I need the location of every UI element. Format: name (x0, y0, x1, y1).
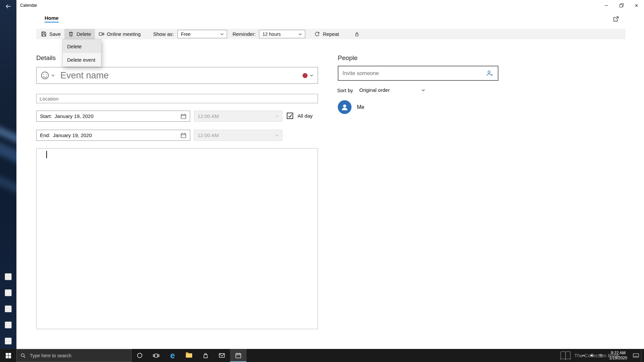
people-heading: People (338, 54, 358, 62)
minimize-icon (605, 5, 608, 6)
attendee-me-row[interactable]: Me (338, 100, 364, 114)
reminder-select[interactable]: 12 hours (259, 30, 305, 38)
chevron-down-icon (299, 33, 302, 35)
open-in-new-window-icon[interactable] (612, 15, 620, 23)
calendar-icon[interactable] (5, 289, 12, 296)
taskbar-search-input[interactable] (29, 353, 127, 359)
start-button[interactable] (0, 349, 16, 362)
window-controls: × (599, 0, 644, 11)
date-picker-icon[interactable] (180, 132, 186, 138)
delete-button[interactable]: Delete (64, 29, 95, 39)
cortana-icon[interactable] (131, 349, 148, 362)
start-time-select: 12:00 AM (194, 111, 282, 122)
end-time-select: 12:00 AM (194, 130, 282, 141)
speaker-icon[interactable] (588, 349, 597, 362)
avatar (338, 100, 352, 114)
emoji-picker-button[interactable] (41, 71, 55, 80)
invite-input[interactable] (338, 70, 486, 76)
task-view-icon[interactable] (148, 349, 164, 362)
show-as-value: Free (181, 32, 191, 37)
todo-check-icon[interactable] (5, 321, 12, 328)
event-color-picker[interactable] (303, 73, 313, 78)
end-date-field[interactable]: End: January 19, 2020 (36, 130, 190, 141)
delete-label: Delete (76, 31, 91, 37)
titlebar: Calendar × (16, 0, 644, 11)
start-time-value: 12:00 AM (198, 113, 219, 119)
details-heading: Details (36, 54, 56, 62)
mail-icon[interactable] (5, 273, 12, 280)
restore-button[interactable] (614, 0, 629, 11)
all-day-toggle[interactable]: All day (287, 113, 313, 119)
save-icon (41, 31, 47, 37)
network-wifi-icon[interactable] (597, 349, 605, 362)
private-lock-icon[interactable] (352, 29, 362, 39)
event-color-dot (303, 73, 308, 78)
windows-logo-icon (6, 353, 11, 358)
sort-by-select[interactable]: Original order (356, 85, 428, 95)
menu-item-delete-event[interactable]: Delete event (63, 53, 101, 66)
event-name-field (36, 67, 318, 84)
edge-icon[interactable]: e (164, 349, 181, 362)
all-day-checkbox[interactable] (287, 113, 293, 119)
system-tray: 9:22 AM 1/19/2020 (579, 349, 644, 362)
event-description-input[interactable] (36, 148, 318, 329)
show-as-select[interactable]: Free (177, 30, 227, 38)
start-label: Start: (40, 113, 52, 119)
location-input[interactable] (36, 94, 318, 103)
sort-by-value: Original order (359, 87, 390, 93)
menu-item-delete[interactable]: Delete (63, 40, 101, 53)
invite-field (338, 66, 498, 81)
trash-icon (68, 31, 74, 37)
online-meeting-button[interactable]: Online meeting (95, 29, 145, 39)
end-time-value: 12:00 AM (198, 132, 219, 138)
repeat-button[interactable]: Repeat (311, 29, 342, 39)
file-explorer-icon[interactable] (181, 349, 197, 362)
start-date-value: January 19, 2020 (55, 113, 180, 119)
search-icon (20, 353, 26, 358)
close-button[interactable]: × (629, 0, 644, 11)
end-label: End: (40, 132, 50, 138)
touch-keyboard-icon[interactable] (631, 349, 641, 362)
event-name-input[interactable] (60, 70, 303, 81)
show-desktop-button[interactable] (641, 349, 644, 362)
back-arrow-icon (5, 3, 12, 10)
attendee-name: Me (357, 104, 364, 110)
settings-gear-icon[interactable] (5, 338, 12, 345)
tab-home[interactable]: Home (45, 15, 59, 22)
chevron-down-icon (275, 134, 279, 136)
smiley-icon (41, 71, 49, 80)
repeat-label: Repeat (323, 31, 339, 37)
restore-icon (620, 4, 623, 7)
calendar-app-icon[interactable] (230, 349, 247, 362)
save-button[interactable]: Save (37, 29, 64, 39)
minimize-button[interactable] (599, 0, 614, 11)
taskbar-search-box[interactable] (16, 349, 131, 362)
chevron-down-icon (275, 115, 279, 117)
people-icon[interactable] (5, 305, 12, 312)
repeat-icon (314, 31, 320, 37)
reminder-label: Reminder: (232, 31, 256, 37)
app-switcher-icons (0, 273, 16, 345)
clock-time: 9:22 AM (611, 351, 626, 356)
sort-by-label: Sort by (337, 87, 353, 93)
window-title: Calendar (20, 3, 37, 8)
back-button[interactable] (0, 1, 16, 11)
tray-chevron-up-icon[interactable] (579, 349, 588, 362)
calendar-app-screen: Calendar × Home Save (0, 0, 644, 362)
mail-app-icon[interactable] (214, 349, 230, 362)
taskbar-clock[interactable]: 9:22 AM 1/19/2020 (605, 349, 631, 362)
start-date-field[interactable]: Start: January 19, 2020 (36, 111, 190, 122)
all-day-label: All day (298, 113, 313, 119)
show-as-label: Show as: (153, 31, 174, 37)
wallpaper-streak (0, 172, 16, 199)
store-icon[interactable] (197, 349, 214, 362)
video-camera-icon (99, 31, 104, 37)
chevron-down-icon (422, 89, 425, 91)
close-icon: × (635, 3, 638, 8)
edge-glyph: e (170, 351, 175, 360)
delete-dropdown-menu: Delete Delete event (62, 39, 101, 67)
app-nav-sidebar (0, 0, 16, 349)
end-date-value: January 19, 2020 (53, 132, 180, 138)
date-picker-icon[interactable] (180, 113, 186, 119)
clock-date: 1/19/2020 (609, 356, 627, 361)
